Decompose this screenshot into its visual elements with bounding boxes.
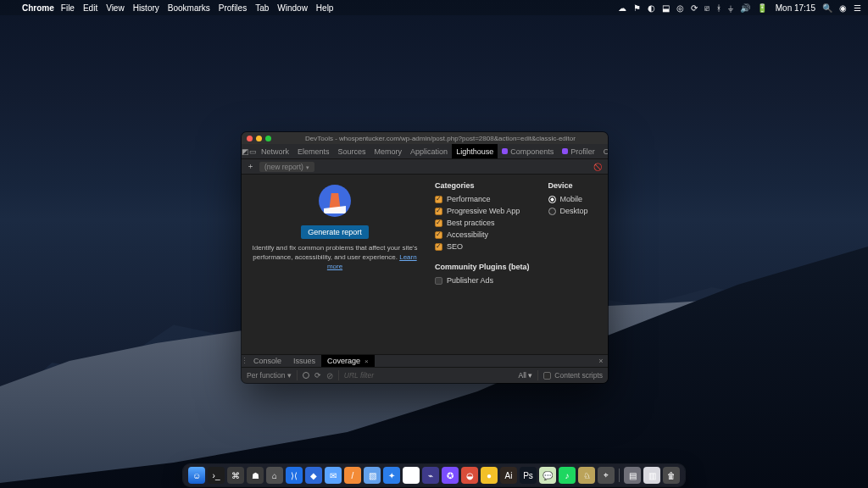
drawer-tab-coverage[interactable]: Coverage×	[321, 355, 375, 367]
content-scripts-checkbox[interactable]	[543, 372, 551, 380]
menu-profiles[interactable]: Profiles	[219, 3, 247, 13]
dock-chrome[interactable]: ◯	[403, 467, 420, 484]
status-dropbox-icon[interactable]: ⬓	[662, 3, 670, 13]
new-report-plus-icon[interactable]: ＋	[247, 162, 254, 172]
menu-help[interactable]: Help	[316, 3, 334, 13]
dock-spotify[interactable]: ♪	[559, 467, 576, 484]
menu-tab[interactable]: Tab	[255, 3, 269, 13]
category-performance-checkbox[interactable]	[435, 196, 442, 203]
status-volume-icon[interactable]: 🔊	[740, 3, 750, 13]
category-pwa[interactable]: Progressive Web App	[435, 207, 530, 215]
dock-app-14[interactable]: ◒	[461, 467, 478, 484]
window-minimize-icon[interactable]	[256, 136, 262, 141]
status-flag-icon[interactable]: ⚑	[633, 3, 641, 13]
category-performance[interactable]: Performance	[435, 195, 530, 203]
dock-app-12[interactable]: ⌁	[422, 467, 439, 484]
category-best-practices[interactable]: Best practices	[435, 219, 530, 227]
dock-ai[interactable]: Ai	[500, 467, 517, 484]
dock-app-20[interactable]: ♘	[578, 467, 595, 484]
window-titlebar[interactable]: DevTools - whospentucker.com/wp-admin/po…	[242, 132, 608, 144]
inspect-element-icon[interactable]: ◩	[242, 144, 249, 158]
coverage-record-icon[interactable]	[303, 372, 309, 379]
content-scripts-toggle[interactable]: Content scripts	[543, 371, 603, 380]
status-sync-icon[interactable]: ⟳	[691, 3, 698, 13]
coverage-reload-icon[interactable]: ⟳	[314, 371, 321, 380]
tab-lighthouse[interactable]: Lighthouse	[452, 144, 498, 158]
dock-terminal[interactable]: ›_	[208, 467, 225, 484]
menubar-app-name[interactable]: Chrome	[22, 3, 54, 13]
device-desktop[interactable]: Desktop	[548, 207, 588, 215]
device-desktop-radio[interactable]	[548, 208, 556, 215]
dock-app-13[interactable]: ✪	[442, 467, 459, 484]
tab-application[interactable]: Application	[406, 144, 452, 158]
status-wifi-icon[interactable]: ⏚	[728, 3, 733, 13]
dock-app-22[interactable]: ▤	[624, 467, 641, 484]
dock-app-2[interactable]: ⌘	[227, 467, 244, 484]
dock-mail[interactable]: ✉︎	[325, 467, 342, 484]
tab-sources[interactable]: Sources	[334, 144, 370, 158]
tab-components-label: Components	[510, 147, 554, 156]
category-seo-checkbox[interactable]	[435, 243, 442, 251]
dock-app-15[interactable]: ●	[481, 467, 498, 484]
dock-app-8[interactable]: /	[344, 467, 361, 484]
dock-app-6[interactable]: ◆	[305, 467, 322, 484]
dock-trash[interactable]: 🗑	[663, 467, 680, 484]
menu-file[interactable]: File	[61, 3, 75, 13]
spotlight-icon[interactable]: 🔍	[822, 3, 832, 13]
coverage-type-filter[interactable]: All	[518, 371, 532, 380]
report-selector[interactable]: (new report)	[259, 162, 314, 172]
category-pwa-checkbox[interactable]	[435, 208, 442, 215]
menu-edit[interactable]: Edit	[83, 3, 97, 13]
menu-history[interactable]: History	[133, 3, 159, 13]
dock-finder[interactable]: ☺	[188, 467, 205, 484]
plugin-publisher-ads[interactable]: Publisher Ads	[435, 276, 530, 285]
siri-icon[interactable]: ◉	[839, 3, 847, 13]
tab-network[interactable]: Network	[257, 144, 293, 158]
dock-app-9[interactable]: ▧	[364, 467, 381, 484]
category-best-practices-checkbox[interactable]	[435, 219, 442, 227]
status-cat-icon[interactable]: ◐	[648, 3, 655, 13]
category-accessibility-checkbox[interactable]	[435, 231, 442, 239]
dock-app-23[interactable]: ▥	[643, 467, 660, 484]
tab-memory[interactable]: Memory	[370, 144, 407, 158]
close-coverage-icon[interactable]: ×	[364, 358, 369, 365]
coverage-url-filter[interactable]: URL filter	[344, 371, 374, 380]
category-accessibility[interactable]: Accessibility	[435, 230, 530, 239]
window-close-icon[interactable]	[247, 136, 253, 141]
coverage-granularity-select[interactable]: Per function	[247, 371, 292, 380]
dock-app-21[interactable]: ⌖	[598, 467, 615, 484]
menu-bookmarks[interactable]: Bookmarks	[168, 3, 210, 13]
dock-safari[interactable]: ✦	[383, 467, 400, 484]
window-zoom-icon[interactable]	[265, 136, 271, 141]
status-app-icon[interactable]: ◎	[676, 3, 684, 13]
clear-all-icon[interactable]: 🚫	[593, 163, 603, 171]
menubar-clock[interactable]: Mon 17:15	[776, 3, 815, 13]
menu-window[interactable]: Window	[277, 3, 308, 13]
status-display-icon[interactable]: ⎚	[704, 3, 709, 13]
tab-profiler[interactable]: Profiler	[558, 144, 599, 158]
drawer-menu-icon[interactable]: ⋮	[242, 355, 248, 367]
device-mobile[interactable]: Mobile	[548, 195, 588, 203]
tab-components[interactable]: Components	[498, 144, 558, 158]
device-toolbar-icon[interactable]: ▭	[249, 144, 257, 158]
dock-app-4[interactable]: ⌂	[266, 467, 283, 484]
drawer-close-icon[interactable]: ×	[594, 355, 608, 367]
tab-console[interactable]: Console	[599, 144, 608, 158]
dock-messages[interactable]: 💬	[539, 467, 556, 484]
status-bluetooth-icon[interactable]: ᚼ	[716, 3, 721, 13]
status-battery-icon[interactable]: 🔋	[757, 3, 767, 13]
dock-app-3[interactable]: ☗	[247, 467, 264, 484]
plugin-publisher-ads-checkbox[interactable]	[435, 277, 442, 285]
tab-elements[interactable]: Elements	[293, 144, 334, 158]
category-seo[interactable]: SEO	[435, 242, 530, 251]
dock-vscode[interactable]: ⟩⟨	[286, 467, 303, 484]
drawer-tab-issues[interactable]: Issues	[287, 355, 321, 367]
menu-view[interactable]: View	[106, 3, 125, 13]
drawer-tab-console[interactable]: Console	[248, 355, 287, 367]
generate-report-button[interactable]: Generate report	[301, 225, 369, 239]
dock-ps[interactable]: Ps	[520, 467, 537, 484]
device-mobile-radio[interactable]	[548, 196, 556, 203]
status-cloud-icon[interactable]: ☁︎	[618, 3, 626, 13]
control-center-icon[interactable]: ☰	[854, 3, 861, 13]
coverage-clear-icon[interactable]: ⊘	[326, 371, 333, 380]
